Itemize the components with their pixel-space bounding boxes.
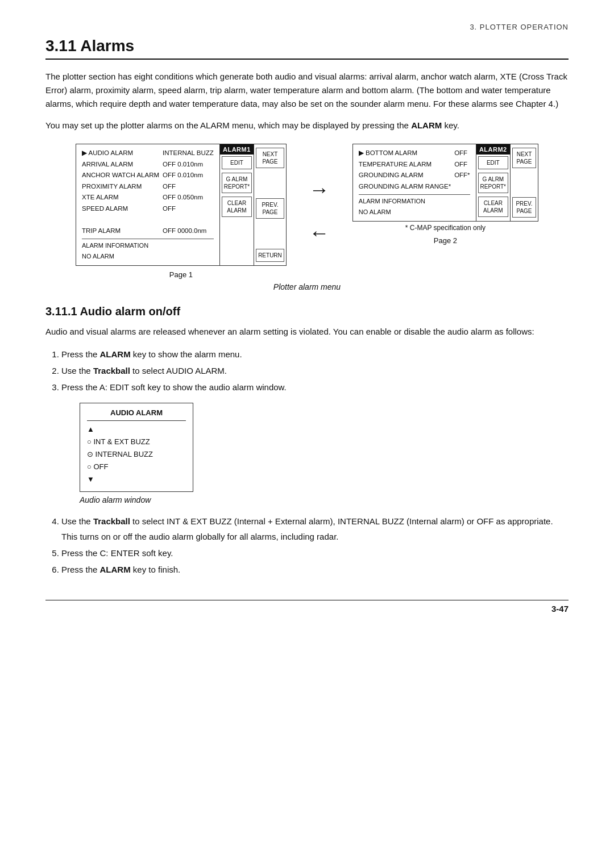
prev-page-button-2[interactable]: PREV.PAGE bbox=[512, 197, 536, 218]
audio-alarm-up-arrow: ▲ bbox=[87, 423, 186, 436]
arrow-right-icon: → bbox=[309, 180, 330, 200]
audio-alarm-option-2: ⊙ INTERNAL BUZZ bbox=[87, 448, 186, 461]
g-alrm-button-1[interactable]: G ALRMREPORT* bbox=[222, 173, 252, 193]
prev-page-button-1[interactable]: PREV.PAGE bbox=[256, 198, 284, 219]
g-alrm-button-2[interactable]: G ALRMREPORT* bbox=[478, 173, 508, 193]
step-5: Press the C: ENTER soft key. bbox=[61, 545, 569, 561]
audio-alarm-window-caption: Audio alarm window bbox=[80, 495, 569, 504]
alarm-menu-container: ▶ AUDIO ALARM ARRIVAL ALARM ANCHOR WATCH… bbox=[45, 144, 569, 279]
alarm-page2-wrap: ▶ BOTTOM ALARM TEMPERATURE ALARM GROUNDI… bbox=[352, 144, 538, 279]
alarm-key-bold: ALARM bbox=[411, 120, 442, 130]
step-2: Use the Trackball to select AUDIO ALARM. bbox=[61, 363, 569, 378]
intro-paragraph-2: You may set up the plotter alarms on the… bbox=[45, 119, 569, 132]
page2-label: Page 2 bbox=[434, 236, 457, 245]
intro-paragraph-1: The plotter section has eight conditions… bbox=[45, 70, 569, 111]
audio-alarm-window-title: AUDIO ALARM bbox=[87, 407, 186, 421]
audio-alarm-option-3: ○ OFF bbox=[87, 461, 186, 473]
audio-alarm-option-1: ○ INT & EXT BUZZ bbox=[87, 436, 186, 448]
step-6: Press the ALARM key to finish. bbox=[61, 562, 569, 577]
next-page-button-2[interactable]: NEXTPAGE bbox=[512, 148, 536, 168]
clear-alarm-button-2[interactable]: CLEARALARM bbox=[478, 197, 508, 217]
cmap-note: * C-MAP specification only bbox=[405, 224, 486, 232]
arrow-left-icon: ← bbox=[309, 223, 330, 243]
arrow-between: → ← bbox=[304, 144, 335, 279]
audio-alarm-down-arrow: ▼ bbox=[87, 473, 186, 486]
audio-alarm-window: AUDIO ALARM ▲ ○ INT & EXT BUZZ ⊙ INTERNA… bbox=[80, 403, 193, 493]
alarm2-main: ▶ BOTTOM ALARM TEMPERATURE ALARM GROUNDI… bbox=[353, 144, 476, 221]
alarm-key-bold-2: ALARM bbox=[100, 349, 131, 359]
steps-list-1: Press the ALARM key to show the alarm me… bbox=[61, 347, 569, 395]
alarm2-sidebar: ALARM2 EDIT G ALRMREPORT* CLEARALARM bbox=[476, 144, 511, 221]
section-title: 3.11 Alarms bbox=[45, 37, 569, 60]
alarm-key-bold-3: ALARM bbox=[100, 565, 131, 574]
alarm2-label: ALARM2 bbox=[476, 144, 510, 155]
step-4: Use the Trackball to select INT & EXT BU… bbox=[61, 514, 569, 544]
next-page-button-1[interactable]: NEXTPAGE bbox=[256, 148, 284, 168]
page-number: 3-47 bbox=[45, 600, 569, 614]
alarm1-main: ▶ AUDIO ALARM ARRIVAL ALARM ANCHOR WATCH… bbox=[76, 144, 220, 265]
steps-list-2: Use the Trackball to select INT & EXT BU… bbox=[61, 514, 569, 577]
alarm1-box: ▶ AUDIO ALARM ARRIVAL ALARM ANCHOR WATCH… bbox=[76, 144, 287, 266]
header-right: 3. PLOTTER OPERATION bbox=[45, 23, 569, 31]
alarm2-nav: NEXTPAGE PREV.PAGE bbox=[511, 144, 538, 221]
alarm-menu-caption: Plotter alarm menu bbox=[45, 282, 569, 291]
step-3: Press the A: EDIT soft key to show the a… bbox=[61, 379, 569, 395]
alarm-page1-wrap: ▶ AUDIO ALARM ARRIVAL ALARM ANCHOR WATCH… bbox=[76, 144, 287, 279]
edit-button-2[interactable]: EDIT bbox=[478, 156, 508, 169]
alarm2-box: ▶ BOTTOM ALARM TEMPERATURE ALARM GROUNDI… bbox=[352, 144, 538, 222]
step-1: Press the ALARM key to show the alarm me… bbox=[61, 347, 569, 362]
alarm1-label: ALARM1 bbox=[220, 144, 254, 155]
trackball-bold-1: Trackball bbox=[93, 366, 130, 375]
alarm1-info: ALARM INFORMATION NO ALARM bbox=[82, 239, 214, 261]
subsection-title: 3.11.1 Audio alarm on/off bbox=[45, 305, 569, 318]
return-button-1[interactable]: RETURN bbox=[256, 249, 284, 262]
alarm1-sidebar: ALARM1 EDIT G ALRMREPORT* CLEARALARM bbox=[220, 144, 254, 265]
alarm1-nav: NEXTPAGE PREV.PAGE RETURN bbox=[254, 144, 286, 265]
clear-alarm-button-1[interactable]: CLEARALARM bbox=[222, 197, 252, 217]
trackball-bold-2: Trackball bbox=[93, 516, 130, 526]
edit-button-1[interactable]: EDIT bbox=[222, 156, 252, 169]
alarm2-info: ALARM INFORMATION NO ALARM bbox=[359, 194, 470, 217]
page1-label: Page 1 bbox=[169, 270, 193, 279]
subsection-intro: Audio and visual alarms are released whe… bbox=[45, 325, 569, 339]
